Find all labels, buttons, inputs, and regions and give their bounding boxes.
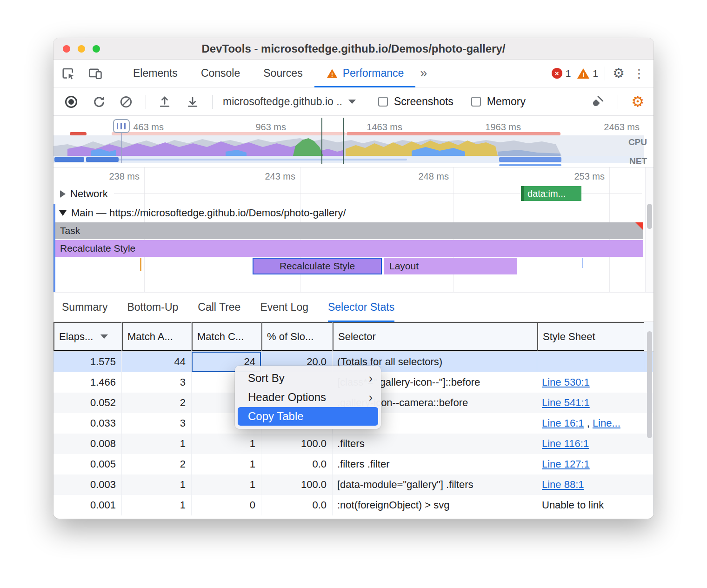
network-track-label: Network	[70, 188, 108, 200]
tab-console[interactable]: Console	[189, 60, 252, 87]
cell-elapsed: 0.033	[53, 413, 122, 434]
network-track-header[interactable]: Network	[60, 188, 108, 200]
cell-style-sheet: Line 116:1	[537, 434, 644, 454]
error-count-badge[interactable]: × 1	[552, 68, 571, 79]
network-overview-strip	[53, 156, 644, 163]
upload-profile-icon[interactable]	[156, 94, 173, 110]
grid-scrollbar-thumb[interactable]	[647, 331, 652, 438]
cell-pct-slow: 100.0	[261, 434, 333, 454]
network-request-bar[interactable]: data:im...	[521, 186, 581, 201]
minimize-window-button[interactable]	[78, 45, 85, 53]
table-row[interactable]: 0.001 1 0 0.0 :not(foreignObject) > svg …	[53, 495, 654, 515]
clear-recording-icon[interactable]	[118, 94, 134, 110]
cell-pct-slow: 100.0	[261, 474, 333, 495]
minor-event-tick[interactable]	[140, 258, 141, 271]
tab-event-log[interactable]: Event Log	[260, 293, 308, 322]
cell-match-count: 1	[192, 454, 261, 474]
column-header-style-sheet[interactable]: Style Sheet	[537, 322, 644, 351]
reload-and-record-icon[interactable]	[91, 94, 107, 110]
profile-select[interactable]: microsoftedge.github.io ..	[223, 95, 356, 108]
style-sheet-link[interactable]: Line 127:1	[542, 458, 590, 470]
column-header-selector[interactable]: Selector	[333, 322, 537, 351]
download-profile-icon[interactable]	[184, 94, 201, 110]
style-sheet-link[interactable]: Line 530:1	[542, 376, 590, 388]
selection-edge-line[interactable]	[343, 118, 344, 164]
cell-filler	[644, 454, 654, 474]
cell-elapsed: 1.466	[53, 372, 122, 393]
selected-recalculate-style-event[interactable]: Recalculate Style	[253, 258, 382, 274]
style-sheet-link[interactable]: Line...	[593, 417, 620, 429]
record-icon[interactable]	[63, 94, 80, 110]
menu-item-label: Header Options	[248, 391, 326, 404]
task-event-bar[interactable]: Task	[55, 222, 643, 239]
more-options-icon[interactable]: ⋮	[632, 67, 646, 80]
warning-count-badge[interactable]: ! 1	[577, 68, 598, 79]
cell-style-sheet	[537, 352, 644, 372]
menu-item-header-options[interactable]: Header Options ›	[238, 388, 378, 407]
cell-style-sheet: Line 127:1	[537, 454, 644, 474]
selection-edge-line[interactable]	[121, 132, 122, 163]
style-sheet-link[interactable]: Line 541:1	[542, 397, 590, 409]
flame-scrollbar-thumb[interactable]	[647, 204, 652, 229]
style-sheet-link[interactable]: Line 16:1	[542, 417, 584, 429]
menu-item-sort-by[interactable]: Sort By ›	[238, 369, 378, 388]
cell-elapsed: 0.001	[53, 495, 122, 515]
long-task-marker	[347, 132, 560, 135]
network-activity-segment	[54, 157, 84, 162]
screenshots-checkbox[interactable]: Screenshots	[378, 95, 454, 108]
long-task-marker	[70, 132, 87, 135]
menu-item-label: Copy Table	[248, 410, 304, 423]
table-row[interactable]: 0.003 1 1 100.0 [data-module="gallery"] …	[53, 474, 654, 495]
collect-garbage-icon[interactable]	[589, 94, 606, 110]
tab-elements[interactable]: Elements	[121, 60, 189, 87]
memory-checkbox[interactable]: Memory	[471, 95, 526, 108]
capture-settings-gear-icon[interactable]: ⚙	[630, 94, 645, 109]
range-selection-handle[interactable]	[113, 119, 130, 133]
layout-event-bar[interactable]: Layout	[384, 258, 517, 274]
disclosure-expanded-icon[interactable]	[59, 210, 67, 216]
tab-selector-stats[interactable]: Selector Stats	[328, 293, 394, 322]
recalculate-style-event-bar[interactable]: Recalculate Style	[55, 240, 643, 257]
style-sheet-link[interactable]: Line 116:1	[542, 438, 589, 450]
column-header-pct-slow[interactable]: % of Slo...	[261, 322, 333, 351]
divider	[618, 95, 618, 109]
checkbox-icon	[471, 97, 481, 107]
settings-icon[interactable]: ⚙	[612, 67, 626, 80]
flame-chart[interactable]: 238 ms 243 ms 248 ms 253 ms Network data…	[53, 167, 654, 292]
table-row[interactable]: 0.005 2 1 0.0 .filters .filter Line 127:…	[53, 454, 654, 474]
tab-sources[interactable]: Sources	[252, 60, 314, 87]
cell-match-attempts: 2	[122, 454, 192, 474]
cell-match-attempts: 44	[122, 352, 192, 372]
menu-item-copy-table[interactable]: Copy Table	[238, 407, 378, 426]
main-track-header[interactable]: Main — https://microsoftedge.github.io/D…	[59, 207, 346, 220]
event-label: Recalculate Style	[60, 243, 135, 254]
tab-performance[interactable]: ! Performance	[314, 60, 416, 87]
warning-icon: !	[577, 68, 589, 79]
close-window-button[interactable]	[63, 45, 70, 53]
table-row[interactable]: 0.008 1 1 100.0 .filters Line 116:1	[53, 434, 654, 454]
cell-match-count: 1	[192, 434, 261, 454]
column-header-elapsed[interactable]: Elaps...	[53, 322, 122, 351]
timeline-overview[interactable]: 463 ms 963 ms 1463 ms 1963 ms 2463 ms CP…	[53, 116, 654, 167]
titlebar[interactable]: DevTools - microsoftedge.github.io/Demos…	[53, 38, 654, 60]
minor-event-tick[interactable]	[582, 258, 583, 268]
checkbox-label: Memory	[487, 95, 526, 108]
more-tabs-button[interactable]: »	[415, 66, 432, 80]
error-icon: ×	[552, 68, 562, 79]
column-header-match-count[interactable]: Match C...	[192, 322, 261, 351]
playhead-line[interactable]	[321, 118, 322, 164]
zoom-window-button[interactable]	[93, 45, 100, 53]
style-sheet-link[interactable]: Line 88:1	[542, 479, 584, 491]
flame-scrollbar[interactable]	[645, 167, 654, 292]
link-separator: ,	[584, 417, 593, 429]
disclosure-collapsed-icon[interactable]	[60, 190, 66, 198]
divider	[212, 95, 213, 109]
tab-summary[interactable]: Summary	[62, 293, 107, 322]
cpu-activity-chart[interactable]	[53, 135, 644, 156]
inspect-element-icon[interactable]	[60, 65, 77, 82]
tab-call-tree[interactable]: Call Tree	[198, 293, 240, 322]
event-label: Layout	[389, 261, 419, 271]
column-header-match-attempts[interactable]: Match A...	[122, 322, 192, 351]
tab-bottom-up[interactable]: Bottom-Up	[127, 293, 178, 322]
device-toolbar-icon[interactable]	[87, 65, 104, 82]
